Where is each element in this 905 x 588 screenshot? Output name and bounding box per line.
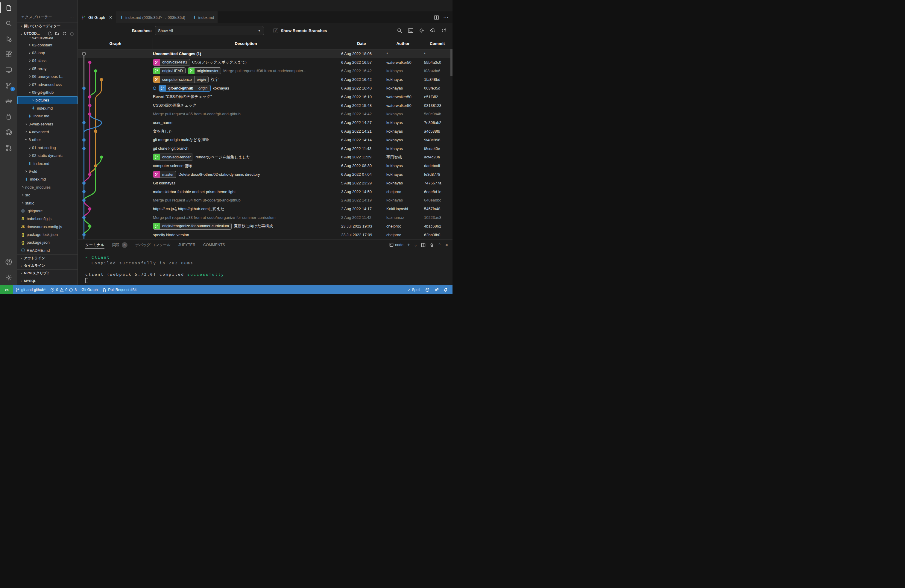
explorer-more-icon[interactable]: ⋯ [70,14,74,20]
status-spell[interactable]: ✓ Spell [405,285,422,294]
terminal-output[interactable]: ✓ Client Compiled successfully in 202.08… [78,250,452,283]
commit-row-f8cda40e[interactable]: git cloneとgit branch6 Aug 2022 11:43kokh… [78,144,452,153]
scrollbar-thumb[interactable] [450,49,452,76]
sidebar-section-アウトライン[interactable]: ›アウトライン [17,254,78,262]
commit-row-1fa348bd[interactable]: computer-scienceorigin誤字6 Aug 2022 16:42… [78,75,452,84]
tree-item-8-other[interactable]: 8-other [17,136,78,144]
new-terminal-icon[interactable]: + [407,242,410,248]
commit-row-f03a4da6[interactable]: origin/HEADorigin/masterMerge pull reque… [78,67,452,75]
commit-row-7475677a[interactable]: Git kokhayas5 Aug 2022 23:29kokhayas7475… [78,179,452,188]
tree-item-08-git-github[interactable]: 08-git-github [17,88,78,96]
tree-item-03-loop[interactable]: 03-loop [17,49,78,57]
commit-row-6eae8d1e[interactable]: make sidebar foldable and set prism them… [78,188,452,196]
tree-item-pictures[interactable]: pictures [17,96,78,104]
find-commit-icon[interactable] [397,28,402,33]
docker-icon[interactable] [0,94,17,109]
remote-explorer-icon[interactable] [0,62,17,78]
tree-item-05-array[interactable]: 05-array [17,65,78,72]
tab-git-graph[interactable]: Git Graph✕ [78,11,116,23]
tree-item-readme-md[interactable]: iREADME.md [17,246,78,254]
tree-item-4-advanced[interactable]: 4-advanced [17,128,78,136]
terminal-dropdown-icon[interactable]: ⌄ [414,243,417,247]
commit-row-4b1c6862[interactable]: origin/reorganize-for-summer-curriculum夏… [78,222,452,230]
github-icon[interactable] [0,124,17,140]
collapse-folders-icon[interactable] [70,32,74,36]
panel-tab-問題[interactable]: 問題8 [112,240,127,250]
new-folder-icon[interactable] [55,32,60,36]
workspace-section[interactable]: ⌄UTCOD... [17,30,78,37]
commit-row-7e306ab2[interactable]: user_name6 Aug 2022 14:27kokhayas7e306ab… [78,118,452,127]
commit-row-e51f3ff2[interactable]: Revert "CSSの節の画像チェック"6 Aug 2022 16:10wat… [78,92,452,101]
commit-row-5457fa48[interactable]: https://.co.jpをhttps://github.comに変えた2 A… [78,205,452,213]
branch-badge[interactable]: origin/add-render [153,154,193,161]
branch-badge[interactable]: origin/master [187,67,221,74]
branch-badge[interactable]: origin/reorganize-for-summer-curriculum [153,223,232,230]
tree-item-01-not-coding[interactable]: 01-not-coding [17,144,78,151]
commit-row-5a0c9b4b[interactable]: Merge pull request #35 from ut-code/git-… [78,110,452,119]
tab-index-md-003fe35d-003fe35d-[interactable]: ⬇index.md (003fe35d^ ↔ 003fe35d) [116,11,189,23]
branches-dropdown[interactable]: Show All ▼ [155,26,264,35]
tree-item-static[interactable]: static [17,199,78,207]
status-git-graph[interactable]: Git Graph [79,285,100,294]
commit-row-62bb3fb0[interactable]: specify Node version23 Jul 2022 17:09che… [78,230,452,239]
status-branch[interactable]: git-and-github* [13,285,48,294]
status-feedback-icon[interactable] [432,285,441,294]
commit-row-003fe35d[interactable]: git-and-githuboriginkokhayas6 Aug 2022 1… [78,84,452,92]
tree-item-babel-config-js[interactable]: Bbabel.config.js [17,215,78,223]
branch-badge[interactable]: origin/css-test1 [153,59,190,66]
refresh-explorer-icon[interactable] [62,32,67,36]
editor-more-icon[interactable]: ⋯ [443,14,448,21]
branch-badge[interactable]: master [153,171,176,178]
tree-item-package-lock-json[interactable]: {}package-lock.json [17,230,78,238]
sidebar-section-mysql[interactable]: ›MYSQL [17,277,78,284]
status-copilot-icon[interactable] [422,285,432,294]
show-remote-branches-checkbox[interactable]: ✓ [273,28,278,33]
commit-row-10223ae3[interactable]: Merge pull request #33 from ut-code/reor… [78,213,452,222]
commit-row-fe3d8778[interactable]: masterDelete docs/8-other/02-static-dyna… [78,170,452,179]
branch-badge[interactable]: origin/HEAD [153,67,186,74]
commit-row-dadebcdf[interactable]: computer science 俯瞰6 Aug 2022 08:30kokha… [78,161,452,170]
tree-item-06-anonymous-f-[interactable]: 06-anonymous-f... [17,73,78,81]
terminal-profile[interactable]: node [389,243,403,247]
commit-row-9f40e996[interactable]: git merge origin mainなどを加筆6 Aug 2022 14:… [78,136,452,144]
refresh-icon[interactable] [441,28,446,33]
split-editor-icon[interactable] [434,15,439,20]
panel-tab-comments[interactable]: COMMENTS [203,240,225,250]
tree-item-04-class[interactable]: 04-class [17,57,78,65]
branch-badge[interactable]: git-and-githuborigin [159,85,211,92]
tree-item-index-md[interactable]: ⬇index.md [17,104,78,112]
panel-tab-デバッグ-コンソール[interactable]: デバッグ コンソール [135,240,171,250]
commit-row-acf4c20a[interactable]: origin/add-renderrenderのページを編集しました6 Aug … [78,153,452,162]
fetch-remote-icon[interactable] [430,28,435,33]
tab-index-md[interactable]: ⬇index.md [189,11,218,23]
commit-row-a4c538fb[interactable]: 文を直した6 Aug 2022 14:21kokhayasa4c538fb [78,127,452,136]
tree-item-node-modules[interactable]: node_modules [17,183,78,191]
tree-item-02-static-dynamic[interactable]: 02-static-dynamic [17,151,78,159]
terminal-icon[interactable] [408,28,413,33]
search-icon[interactable] [0,16,17,31]
tree-item-3-web-servers[interactable]: 3-web-servers [17,120,78,128]
settings-icon[interactable] [419,28,424,33]
run-debug-icon[interactable] [0,31,17,47]
new-file-icon[interactable] [48,32,52,36]
tree-item-src[interactable]: src [17,191,78,199]
tree-item-package-json[interactable]: {}package.json [17,238,78,246]
status-problems[interactable]: 0 0 8 [48,285,79,294]
remote-indicator[interactable]: >< [0,285,13,294]
tree-item-index-md[interactable]: ⬇index.md [17,160,78,167]
commit-row-55b4a3c0[interactable]: origin/css-test1CSS(フレックスボックスまで)6 Aug 20… [78,58,452,67]
open-editors-section[interactable]: ›開いているエディター [17,22,78,30]
settings-gear-icon[interactable] [0,270,17,285]
tree-item--gitignore[interactable]: .gitignore [17,207,78,215]
panel-tab-ターミナル[interactable]: ターミナル [85,240,105,250]
status-pull-request[interactable]: Pull Request #34 [100,285,139,294]
tree-item-index-md[interactable]: ⬇index.md [17,112,78,120]
tree-item-02-constant[interactable]: 02-constant [17,41,78,49]
branch-badge[interactable]: computer-scienceorigin [153,76,209,83]
tree-item-index-md[interactable]: ⬇index.md [17,175,78,183]
tree-item-07-advanced-css[interactable]: 07-advanced-css [17,81,78,88]
tree-item-9-old[interactable]: 9-old [17,167,78,175]
maximize-panel-icon[interactable]: ⌃ [438,243,441,247]
sidebar-section-タイムライン[interactable]: ›タイムライン [17,262,78,269]
split-terminal-icon[interactable] [421,243,426,247]
